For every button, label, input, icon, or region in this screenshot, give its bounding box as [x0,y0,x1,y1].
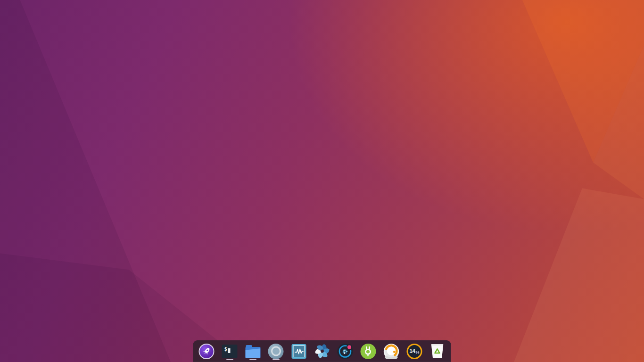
terminal-prompt: $ [224,346,227,352]
dock: $ [193,340,451,362]
dock-item-trash[interactable] [429,342,446,361]
clock-minute: 06 [415,351,419,354]
wallpaper-facet [0,0,644,362]
dock-item-app-launcher[interactable] [199,342,215,361]
desktop-wallpaper: $ [0,0,644,362]
dock-item-chromium[interactable] [268,342,284,361]
dock-item-photos[interactable] [314,342,330,361]
running-indicator [249,359,256,361]
waveform-screen-icon [292,344,306,359]
chromium-mono-icon [268,344,284,359]
ring-pink-dot-shutter-icon [338,344,353,359]
terminal-cursor [228,348,231,353]
dock-item-files[interactable] [245,342,261,361]
dial-knob-icon [383,344,399,359]
blue-pinwheel-shutter-icon [314,343,330,360]
running-indicator [272,359,280,361]
dock-item-dial[interactable] [383,342,399,361]
rocket-icon [199,344,215,359]
wallpaper-facet [0,0,644,362]
dock-item-screen-recorder[interactable] [337,342,353,361]
dock-item-terminal[interactable]: $ [222,342,238,361]
trash-recycle-icon [431,344,444,358]
dock-item-system-monitor[interactable] [291,342,307,361]
plug-icon [360,344,376,359]
wallpaper-facet [0,0,644,362]
digital-clock-icon: 1406 [406,344,422,359]
dock-item-power-plug[interactable] [360,342,376,361]
wallpaper-facet [0,0,644,362]
folder-icon [245,345,261,358]
wallpaper-facet [0,0,644,362]
terminal-icon: $ [222,345,238,358]
running-indicator [226,359,233,361]
clock-hour: 14 [409,348,415,354]
dock-item-clock[interactable]: 1406 [406,342,422,361]
